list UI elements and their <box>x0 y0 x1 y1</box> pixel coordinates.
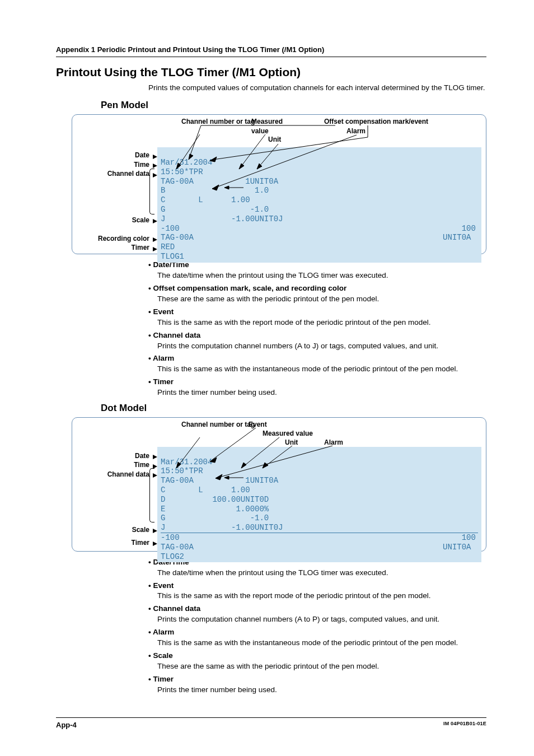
label-unit: Unit <box>285 438 298 447</box>
pen-bullets: Date/TimeThe date/time when the printout… <box>148 260 486 398</box>
dot-bullets: Date/TimeThe date/time when the printout… <box>148 557 486 696</box>
doc-id: IM 04P01B01-01E <box>443 720 486 730</box>
running-header: Appendix 1 Periodic Printout and Printou… <box>56 45 486 57</box>
pen-printout: Mar/31.2004 15:50*TPR TAG-00A 1UNIT0A B … <box>157 147 481 263</box>
label-measured: Measured value <box>251 117 296 136</box>
page-number: App-4 <box>56 720 77 730</box>
dot-left-labels: Date Time Channel data Scale Timer <box>77 451 149 548</box>
dot-printout: Mar/31.2004 15:50*TPR TAG-00A 1UNIT0A C … <box>157 447 481 563</box>
pen-left-labels: Date Time Channel data Scale Recording c… <box>77 151 149 253</box>
dot-model-title: Dot Model <box>101 402 486 415</box>
pen-model-title: Pen Model <box>101 99 486 112</box>
brace-icon <box>149 468 154 522</box>
pen-diagram: Channel number or tag Measured value Uni… <box>72 114 486 254</box>
brace-icon <box>149 169 154 214</box>
label-channel: Channel number or tag <box>181 117 255 127</box>
label-channel: Channel number or tag <box>181 420 255 430</box>
section-title: Printout Using the TLOG Timer (/M1 Optio… <box>56 64 486 80</box>
label-event: Event <box>249 420 267 430</box>
page-footer: App-4 IM 04P01B01-01E <box>56 717 486 730</box>
label-unit: Unit <box>268 135 281 144</box>
label-measured: Measured value <box>263 429 313 438</box>
dot-diagram: Channel number or tag Event Measured val… <box>72 417 486 552</box>
intro-paragraph: Prints the computed values of computatio… <box>148 83 486 94</box>
label-alarm: Alarm <box>346 127 366 136</box>
label-offset: Offset compensation mark/event <box>324 117 428 127</box>
label-alarm: Alarm <box>324 438 343 447</box>
